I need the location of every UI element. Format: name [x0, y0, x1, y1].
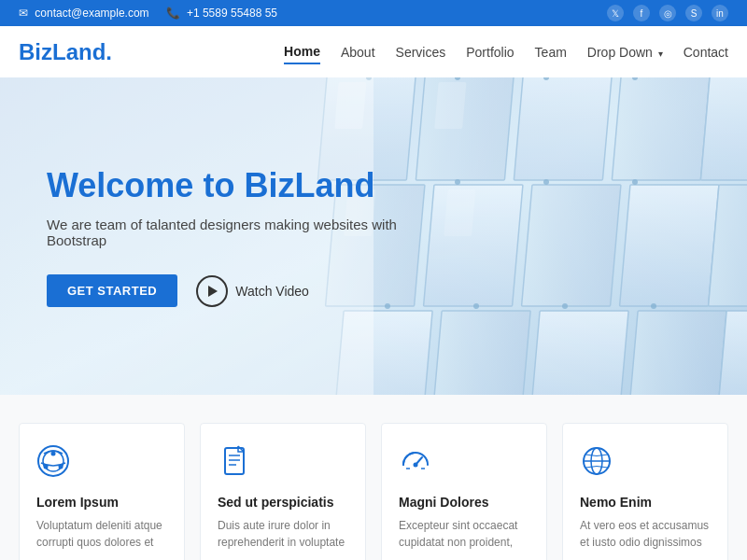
watch-video-button[interactable]: Watch Video: [196, 275, 309, 307]
svg-point-35: [51, 452, 56, 456]
svg-point-43: [414, 463, 418, 468]
svg-rect-3: [514, 77, 613, 180]
brand-name: BizLand: [19, 39, 106, 64]
card-3-text: Excepteur sint occaecat cupidatat non pr…: [399, 517, 529, 551]
facebook-icon[interactable]: f: [633, 5, 650, 21]
nav-dropdown[interactable]: Drop Down ▾: [587, 41, 663, 63]
svg-rect-12: [431, 311, 530, 395]
card-1: Lorem Ipsum Voluptatum deleniti atque co…: [19, 423, 185, 560]
nav-links: Home About Services Portfolio Team Drop …: [284, 40, 728, 64]
svg-point-26: [562, 303, 568, 309]
social-icons: 𝕏 f ◎ S in: [607, 5, 728, 21]
card-3-icon: [399, 444, 529, 482]
nav-about[interactable]: About: [341, 41, 375, 63]
svg-point-36: [44, 465, 49, 469]
email-icon: ✉: [19, 7, 28, 20]
svg-rect-5: [700, 77, 747, 180]
get-started-button[interactable]: GET STARTED: [47, 274, 177, 307]
twitter-icon[interactable]: 𝕏: [607, 5, 624, 21]
svg-point-23: [632, 179, 638, 185]
instagram-icon[interactable]: ◎: [659, 5, 676, 21]
card-1-icon: [36, 444, 167, 482]
svg-point-27: [651, 303, 656, 309]
hero-subtitle: We are team of talanted designers making…: [47, 217, 420, 248]
top-bar: ✉ contact@example.com 📞 +1 5589 55488 55…: [0, 0, 747, 26]
phone-text: 📞 +1 5589 55488 55: [166, 7, 277, 20]
linkedin-icon[interactable]: in: [712, 5, 728, 21]
card-1-text: Voluptatum deleniti atque corrupti quos …: [36, 517, 167, 551]
hero-buttons: GET STARTED Watch Video: [47, 274, 420, 307]
card-4-title: Nemo Enim: [580, 495, 711, 510]
brand-logo[interactable]: BizLand.: [19, 39, 112, 65]
svg-rect-4: [612, 77, 711, 180]
card-4-text: At vero eos et accusamus et iusto odio d…: [580, 517, 711, 551]
svg-rect-13: [529, 311, 628, 395]
svg-rect-14: [627, 311, 726, 395]
hero-title-highlight: BizLand: [244, 166, 374, 204]
card-4: Nemo Enim At vero eos et accusamus et iu…: [562, 423, 728, 560]
navbar: BizLand. Home About Services Portfolio T…: [0, 26, 747, 77]
card-1-title: Lorem Ipsum: [36, 495, 167, 510]
svg-rect-29: [434, 82, 466, 129]
card-2-icon: [218, 444, 348, 482]
nav-portfolio[interactable]: Portfolio: [466, 41, 514, 63]
hero-section: Welcome to BizLand We are team of talant…: [0, 77, 747, 395]
play-triangle-icon: [208, 286, 218, 297]
play-circle-icon: [196, 275, 228, 307]
card-2-text: Duis aute irure dolor in reprehenderit i…: [218, 517, 348, 551]
nav-contact[interactable]: Contact: [684, 41, 728, 63]
brand-dot: .: [106, 39, 112, 64]
svg-point-25: [473, 303, 479, 309]
card-3-title: Magni Dolores: [399, 495, 529, 510]
phone-icon: 📞: [166, 7, 180, 20]
nav-team[interactable]: Team: [535, 41, 567, 63]
card-3: Magni Dolores Excepteur sint occaecat cu…: [381, 423, 547, 560]
card-4-icon: [580, 444, 711, 482]
email-text: ✉ contact@example.com: [19, 7, 149, 20]
svg-point-22: [543, 179, 549, 185]
cards-section: Lorem Ipsum Voluptatum deleniti atque co…: [0, 395, 747, 560]
top-bar-contact: ✉ contact@example.com 📞 +1 5589 55488 55: [19, 7, 277, 20]
nav-home[interactable]: Home: [284, 40, 320, 64]
svg-point-37: [59, 465, 63, 469]
svg-rect-9: [620, 185, 719, 306]
skype-icon[interactable]: S: [685, 5, 702, 21]
nav-services[interactable]: Services: [396, 41, 446, 63]
card-2: Sed ut perspiciatis Duis aute irure dolo…: [200, 423, 366, 560]
hero-content: Welcome to BizLand We are team of talant…: [0, 165, 467, 307]
svg-rect-8: [522, 185, 621, 306]
dropdown-arrow-icon: ▾: [658, 49, 663, 59]
hero-title: Welcome to BizLand: [47, 165, 420, 205]
card-2-title: Sed ut perspiciatis: [218, 495, 348, 510]
